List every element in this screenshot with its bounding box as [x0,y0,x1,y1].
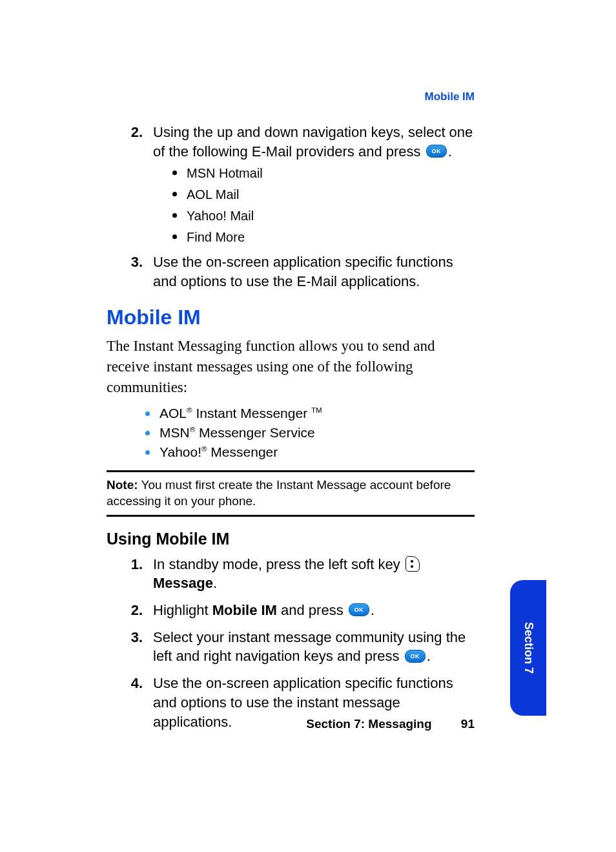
step-bold: Mobile IM [212,602,277,618]
step-text: . [371,602,375,618]
note-label: Note: [107,478,138,492]
section-thumb-tab: Section 7 [510,580,546,716]
content-area: 2.Using the up and down navigation keys,… [107,123,475,731]
ok-key-icon [349,603,369,616]
step-text: . [427,648,431,664]
step-item: 3.Use the on-screen application specific… [107,253,475,291]
step-number: 3. [107,253,153,272]
list-item: Find More [172,229,475,246]
intro-paragraph: The Instant Messaging function allows yo… [107,336,475,399]
heading-using-mobile-im: Using Mobile IM [107,530,475,548]
provider-list: MSN HotmailAOL MailYahoo! MailFind More [172,165,475,246]
step-item: 2.Highlight Mobile IM and press . [107,601,475,620]
step-text: . [448,143,452,160]
page-footer: Section 7: Messaging 91 [107,717,475,731]
step-item: 2.Using the up and down navigation keys,… [107,123,475,250]
step-body: Use the on-screen application specific f… [153,253,475,291]
list-item: MSN Hotmail [172,165,475,182]
page-body: Mobile IM 2.Using the up and down naviga… [107,90,475,739]
step-number: 2. [107,123,153,142]
list-item: AOL® Instant Messenger TM [145,406,475,421]
note-text: You must first create the Instant Messag… [107,478,451,508]
ok-key-icon [405,650,426,663]
ok-key-icon [426,145,447,158]
using-mobile-im-steps: 1.In standby mode, press the left soft k… [107,555,475,732]
section-tab-label: Section 7 [522,622,535,674]
step-item: 1.In standby mode, press the left soft k… [107,555,475,593]
left-soft-key-icon [406,556,420,572]
page-number: 91 [461,717,475,731]
heading-mobile-im: Mobile IM [107,306,475,329]
step-item: 3.Select your instant message community … [107,628,475,666]
step-number: 1. [107,555,153,574]
step-text: Using the up and down navigation keys, s… [153,124,473,160]
step-text: . [213,575,217,591]
step-text: Use the on-screen application specific f… [153,254,453,289]
running-head: Mobile IM [425,90,475,103]
step-number: 2. [107,601,153,620]
step-body: In standby mode, press the left soft key… [153,555,475,593]
email-steps-list: 2.Using the up and down navigation keys,… [107,123,475,291]
step-bold: Message [153,575,213,591]
list-item: AOL Mail [172,186,475,203]
im-community-list: AOL® Instant Messenger TMMSN® Messenger … [145,406,475,460]
step-text: Highlight [153,602,212,618]
step-body: Using the up and down navigation keys, s… [153,123,475,250]
list-item: Yahoo!® Messenger [145,444,475,460]
step-number: 4. [107,674,153,693]
step-text: In standby mode, press the left soft key [153,556,404,572]
list-item: Yahoo! Mail [172,207,475,225]
step-body: Select your instant message community us… [153,628,475,666]
step-text: and press [277,602,347,618]
note-box: Note: You must first create the Instant … [107,470,475,516]
step-body: Highlight Mobile IM and press . [153,601,475,620]
list-item: MSN® Messenger Service [145,425,475,441]
footer-section-title: Section 7: Messaging [306,717,431,731]
step-number: 3. [107,628,153,647]
